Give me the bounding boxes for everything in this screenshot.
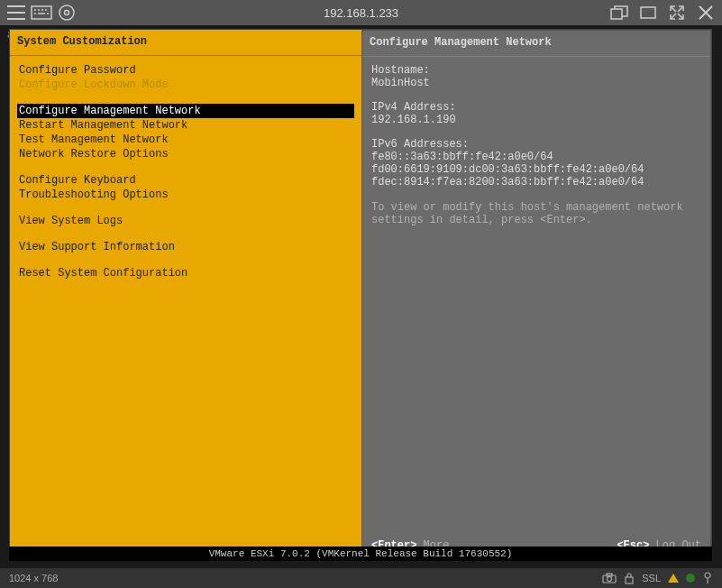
menu-item[interactable]: Configure Lockdown Mode — [17, 78, 354, 92]
window-restore-icon[interactable] — [608, 2, 630, 23]
esxi-version-footer: VMware ESXi 7.0.2 (VMKernel Release Buil… — [9, 547, 712, 561]
svg-rect-0 — [32, 6, 51, 19]
ipv6-value-1: fd00:6619:9109:dc00:3a63:bbff:fe42:a0e0/… — [371, 163, 701, 176]
menu-item[interactable]: Configure Keyboard — [17, 173, 354, 188]
right-panel-header: Configure Management Network — [362, 31, 710, 56]
close-icon[interactable] — [695, 2, 717, 23]
ipv6-value-2: fdec:8914:f7ea:8200:3a63:bbff:fe42:a0e0/… — [371, 176, 701, 188]
fullscreen-icon[interactable] — [666, 2, 688, 23]
left-panel-header: System Customization — [10, 30, 361, 55]
status-right: SSL — [602, 572, 713, 584]
status-bar: 1024 x 768 SSL — [0, 568, 722, 588]
dcui-panels: System Customization Configure PasswordC… — [10, 30, 711, 558]
esxi-dcui-window: System Customization Configure PasswordC… — [9, 29, 712, 559]
menu-item[interactable]: Configure Management Network — [17, 104, 354, 118]
right-panel: Configure Management Network Hostname: M… — [361, 30, 711, 558]
hostname-label: Hostname: — [371, 64, 701, 77]
hostname-value: MobinHost — [371, 77, 701, 89]
ipv4-value: 192.168.1.190 — [371, 114, 701, 126]
detail-area: Hostname: MobinHost IPv4 Address: 192.16… — [362, 57, 710, 534]
remote-console-topbar: 192.168.1.233 — [0, 0, 722, 25]
ssl-label: SSL — [642, 573, 661, 583]
ipv6-value-0: fe80::3a63:bbff:fe42:a0e0/64 — [371, 151, 701, 163]
detail-hint: To view or modify this host's management… — [371, 201, 701, 226]
keyboard-icon[interactable] — [31, 2, 52, 23]
svg-point-6 — [608, 577, 612, 582]
svg-rect-4 — [641, 7, 655, 18]
svg-rect-3 — [611, 9, 622, 19]
menu-item[interactable]: Troubleshooting Options — [17, 188, 354, 202]
menu-item[interactable]: Configure Password — [17, 63, 354, 78]
status-circle-icon — [686, 574, 695, 583]
topbar-left-icons — [5, 2, 78, 23]
svg-rect-8 — [626, 577, 633, 583]
menu-item[interactable]: Network Restore Options — [17, 147, 354, 161]
menu-icon[interactable] — [5, 2, 27, 23]
svg-point-2 — [65, 11, 69, 15]
warning-triangle-icon — [668, 574, 679, 583]
disc-icon[interactable] — [56, 2, 78, 23]
menu-item[interactable]: Reset System Configuration — [17, 266, 354, 280]
menu-list: Configure PasswordConfigure Lockdown Mod… — [10, 56, 361, 288]
lock-icon — [624, 572, 635, 584]
menu-item[interactable]: Restart Management Network — [17, 118, 354, 133]
menu-item[interactable]: Test Management Network — [17, 133, 354, 147]
camera-icon[interactable] — [602, 573, 617, 583]
ipv4-label: IPv4 Address: — [371, 101, 701, 114]
window-maximize-icon[interactable] — [637, 2, 659, 23]
svg-point-1 — [59, 5, 74, 20]
topbar-right-icons — [608, 2, 717, 23]
svg-point-9 — [705, 573, 710, 578]
ipv6-label: IPv6 Addresses: — [371, 138, 701, 151]
status-resolution: 1024 x 768 — [9, 573, 58, 583]
pin-icon[interactable] — [702, 572, 713, 584]
menu-item[interactable]: View System Logs — [17, 214, 354, 228]
menu-item[interactable]: View Support Information — [17, 240, 354, 254]
left-panel: System Customization Configure PasswordC… — [10, 30, 361, 558]
remote-host-title: 192.168.1.233 — [324, 6, 398, 20]
